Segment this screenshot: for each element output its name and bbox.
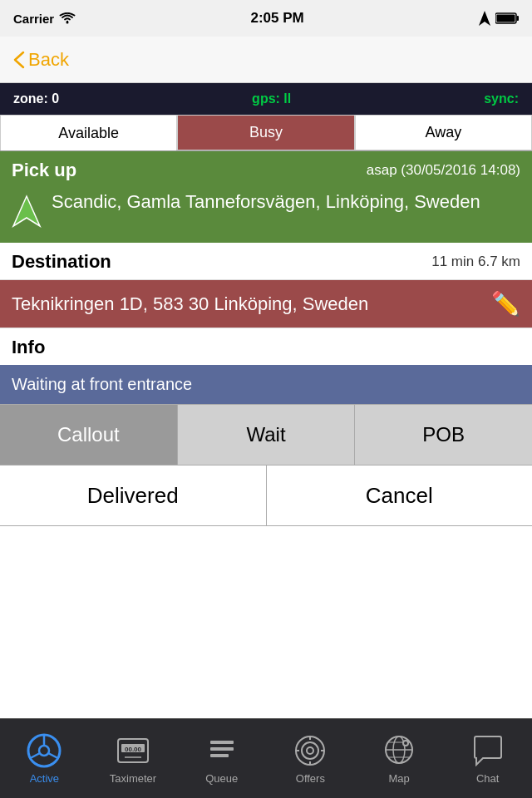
destination-address: Teknikringen 1D, 583 30 Linköping, Swede… xyxy=(12,292,368,317)
svg-rect-15 xyxy=(210,741,234,744)
tab-away[interactable]: Away xyxy=(355,115,532,150)
steering-wheel-icon xyxy=(26,732,62,769)
tab-chat-label: Chat xyxy=(476,772,499,785)
tab-busy-label: Busy xyxy=(249,124,283,141)
pickup-header: Pick up asap (30/05/2016 14:08) xyxy=(12,160,520,181)
zone-label: zone: 0 xyxy=(13,91,59,106)
tab-chat[interactable]: Chat xyxy=(443,719,532,798)
svg-line-10 xyxy=(48,753,58,758)
nav-bar: Back xyxy=(0,37,532,83)
action-buttons-row2: Delivered Cancel xyxy=(0,466,532,526)
svg-text:00.00: 00.00 xyxy=(125,746,142,753)
callout-button[interactable]: Callout xyxy=(0,405,178,465)
carrier-label: Carrier xyxy=(13,12,54,26)
gps-label: gps: ll xyxy=(252,91,291,106)
svg-marker-5 xyxy=(13,196,40,226)
svg-point-18 xyxy=(296,736,324,765)
tab-queue-label: Queue xyxy=(205,772,238,785)
svg-point-19 xyxy=(302,742,318,759)
status-right xyxy=(479,11,519,26)
tab-active-label: Active xyxy=(30,772,59,785)
navigation-arrow-icon xyxy=(12,195,42,231)
queue-icon xyxy=(204,732,240,769)
cancel-button[interactable]: Cancel xyxy=(267,466,533,525)
tab-map[interactable]: Map xyxy=(355,719,444,798)
wait-button[interactable]: Wait xyxy=(178,405,356,465)
status-left: Carrier xyxy=(13,12,76,26)
delivered-button[interactable]: Delivered xyxy=(0,466,267,525)
svg-point-20 xyxy=(307,747,313,754)
tab-bar: Active 00.00 Taximeter Queue xyxy=(0,718,532,798)
svg-point-0 xyxy=(66,22,69,24)
pickup-time: asap (30/05/2016 14:08) xyxy=(367,162,520,179)
svg-rect-4 xyxy=(496,15,515,22)
sync-label: sync: xyxy=(484,91,519,106)
pickup-section: Pick up asap (30/05/2016 14:08) Scandic,… xyxy=(0,151,532,243)
svg-point-31 xyxy=(404,741,407,745)
back-chevron-icon xyxy=(13,51,25,69)
map-icon xyxy=(381,732,417,769)
svg-line-9 xyxy=(31,753,41,758)
edit-icon[interactable]: ✏️ xyxy=(491,290,520,318)
tab-available[interactable]: Available xyxy=(0,115,177,150)
svg-point-7 xyxy=(39,746,49,756)
pickup-title: Pick up xyxy=(12,160,76,181)
info-section: Info Waiting at front entrance xyxy=(0,328,532,404)
info-bar: zone: 0 gps: ll sync: xyxy=(0,83,532,115)
destination-distance: 11 min 6.7 km xyxy=(431,254,520,270)
wifi-icon xyxy=(59,12,76,24)
svg-marker-1 xyxy=(479,11,490,26)
destination-section: Destination 11 min 6.7 km Teknikringen 1… xyxy=(0,243,532,328)
tab-away-label: Away xyxy=(425,124,461,141)
tab-taximeter[interactable]: 00.00 Taximeter xyxy=(89,719,178,798)
location-icon xyxy=(479,11,490,26)
info-content: Waiting at front entrance xyxy=(0,365,532,404)
battery-icon xyxy=(495,12,519,24)
pob-button[interactable]: POB xyxy=(355,405,532,465)
chat-icon xyxy=(470,732,506,769)
svg-rect-16 xyxy=(210,747,234,751)
destination-title: Destination xyxy=(12,251,111,273)
svg-rect-3 xyxy=(516,16,519,21)
taximeter-icon: 00.00 xyxy=(115,732,151,769)
tab-offers-label: Offers xyxy=(296,772,325,785)
svg-rect-17 xyxy=(210,754,229,757)
tab-queue[interactable]: Queue xyxy=(177,719,266,798)
destination-header: Destination 11 min 6.7 km xyxy=(0,243,532,280)
status-bar: Carrier 2:05 PM xyxy=(0,0,532,37)
tab-taximeter-label: Taximeter xyxy=(110,772,156,785)
tab-busy[interactable]: Busy xyxy=(177,115,354,150)
back-button[interactable]: Back xyxy=(13,49,69,71)
info-header: Info xyxy=(0,328,532,365)
tab-offers[interactable]: Offers xyxy=(266,719,355,798)
back-label: Back xyxy=(28,49,69,71)
tab-map-label: Map xyxy=(388,772,409,785)
status-tabs: Available Busy Away xyxy=(0,115,532,151)
tab-available-label: Available xyxy=(58,125,119,142)
pickup-address-row: Scandic, Gamla Tanneforsvägen, Linköping… xyxy=(12,190,520,231)
destination-address-row: Teknikringen 1D, 583 30 Linköping, Swede… xyxy=(0,280,532,328)
offers-icon xyxy=(292,732,328,769)
status-time: 2:05 PM xyxy=(250,10,303,27)
pickup-address: Scandic, Gamla Tanneforsvägen, Linköping… xyxy=(52,190,480,214)
tab-active[interactable]: Active xyxy=(0,719,89,798)
action-buttons-row1: Callout Wait POB xyxy=(0,404,532,466)
